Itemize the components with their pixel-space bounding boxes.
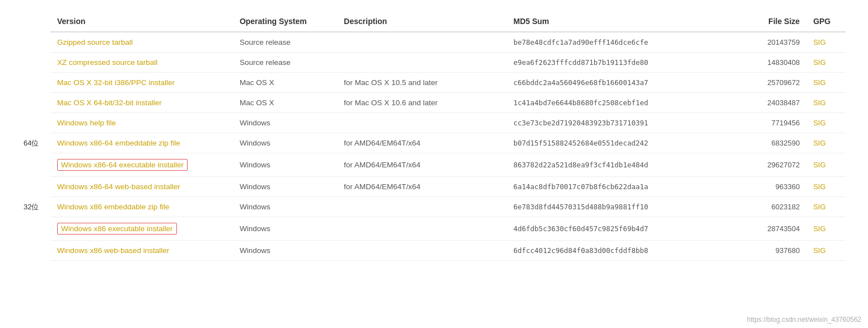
description-cell: for AMD64/EM64T/x64: [337, 153, 507, 177]
page-container: Version Operating System Description MD5…: [22, 11, 846, 261]
md5-cell: c66bddc2a4a560496e68fb16600143a7: [507, 73, 729, 93]
version-cell: Mac OS X 32-bit i386/PPC installer: [50, 73, 233, 93]
sig-link[interactable]: SIG: [813, 99, 825, 107]
sig-link[interactable]: SIG: [813, 119, 825, 127]
os-cell: Windows: [233, 133, 337, 153]
description-cell: [337, 32, 507, 53]
filesize-cell: 6832590: [728, 133, 806, 153]
table-row: Mac OS X 32-bit i386/PPC installerMac OS…: [50, 73, 846, 93]
sig-link[interactable]: SIG: [813, 38, 825, 46]
download-table: Version Operating System Description MD5…: [50, 11, 846, 261]
sig-link[interactable]: SIG: [813, 58, 825, 67]
gpg-cell: SIG: [806, 153, 846, 177]
table-row: Windows help fileWindowscc3e73cbe2d71920…: [50, 113, 846, 133]
version-link[interactable]: Windows x86 embeddable zip file: [57, 203, 169, 211]
filesize-cell: 25709672: [728, 73, 806, 93]
version-cell: Windows x86 embeddable zip file32位: [50, 197, 233, 217]
col-header-gpg: GPG: [806, 11, 846, 32]
version-cell: Windows x86-64 executable installer: [50, 153, 233, 177]
table-row: XZ compressed source tarballSource relea…: [50, 53, 846, 73]
gpg-cell: SIG: [806, 93, 846, 113]
md5-cell: 863782d22a521d8ea9f3cf41db1e484d: [507, 153, 729, 177]
version-link[interactable]: Windows x86-64 embeddable zip file: [57, 139, 180, 147]
filesize-cell: 28743504: [728, 217, 806, 241]
download-table-wrapper: Version Operating System Description MD5…: [50, 11, 846, 261]
filesize-cell: 963360: [728, 177, 806, 197]
filesize-cell: 6023182: [728, 197, 806, 217]
filesize-cell: 24038487: [728, 93, 806, 113]
version-cell: Windows x86-64 web-based installer: [50, 177, 233, 197]
md5-cell: 6a14ac8dfb70017c07b8f6cb622daa1a: [507, 177, 729, 197]
sig-link[interactable]: SIG: [813, 203, 825, 211]
md5-cell: be78e48cdfc1a7ad90efff146dce6cfe: [507, 32, 729, 53]
gpg-cell: SIG: [806, 133, 846, 153]
gpg-cell: SIG: [806, 197, 846, 217]
version-box: Gzipped source tarball: [57, 38, 133, 46]
gpg-cell: SIG: [806, 32, 846, 53]
sig-link[interactable]: SIG: [813, 246, 825, 255]
os-cell: Mac OS X: [233, 93, 337, 113]
md5-cell: 4d6fdb5c3630cf60d457c9825f69b4d7: [507, 217, 729, 241]
col-header-os: Operating System: [233, 11, 337, 32]
table-row: Windows x86 embeddable zip file32位Window…: [50, 197, 846, 217]
table-row: Windows x86-64 web-based installerWindow…: [50, 177, 846, 197]
version-link[interactable]: Mac OS X 32-bit i386/PPC installer: [57, 78, 175, 87]
description-cell: for Mac OS X 10.6 and later: [337, 93, 507, 113]
col-header-desc: Description: [337, 11, 507, 32]
sig-link[interactable]: SIG: [813, 224, 825, 233]
filesize-cell: 29627072: [728, 153, 806, 177]
version-box: Windows x86 web-based installer: [57, 246, 169, 255]
col-header-md5: MD5 Sum: [507, 11, 729, 32]
os-cell: Mac OS X: [233, 73, 337, 93]
description-cell: [337, 113, 507, 133]
os-cell: Windows: [233, 113, 337, 133]
version-box: Windows x86 embeddable zip file: [57, 203, 169, 211]
md5-cell: e9ea6f2623fffcdd871b7b19113fde80: [507, 53, 729, 73]
table-row: Windows x86 web-based installerWindows6d…: [50, 241, 846, 261]
gpg-cell: SIG: [806, 177, 846, 197]
version-link[interactable]: Windows x86-64 executable installer: [61, 161, 184, 169]
version-cell: Mac OS X 64-bit/32-bit installer: [50, 93, 233, 113]
description-cell: for AMD64/EM64T/x64: [337, 133, 507, 153]
sig-link[interactable]: SIG: [813, 161, 825, 169]
version-link[interactable]: Windows x86 web-based installer: [57, 246, 169, 255]
version-link[interactable]: Mac OS X 64-bit/32-bit installer: [57, 99, 162, 107]
filesize-cell: 14830408: [728, 53, 806, 73]
version-cell: Windows x86 executable installer: [50, 217, 233, 241]
version-box: Windows x86-64 web-based installer: [57, 182, 180, 191]
col-header-version: Version: [50, 11, 233, 32]
version-link[interactable]: XZ compressed source tarball: [57, 58, 157, 67]
md5-cell: 6e783d8fd44570315d488b9a9881ff10: [507, 197, 729, 217]
version-box: Windows help file: [57, 119, 116, 127]
gpg-cell: SIG: [806, 53, 846, 73]
os-cell: Source release: [233, 53, 337, 73]
md5-cell: b07d15f515882452684e0551decad242: [507, 133, 729, 153]
gpg-cell: SIG: [806, 73, 846, 93]
version-box: Mac OS X 64-bit/32-bit installer: [57, 99, 162, 107]
version-box: XZ compressed source tarball: [57, 58, 157, 67]
os-cell: Windows: [233, 177, 337, 197]
sig-link[interactable]: SIG: [813, 139, 825, 147]
gpg-cell: SIG: [806, 113, 846, 133]
table-row: Gzipped source tarballSource releasebe78…: [50, 32, 846, 53]
version-link[interactable]: Windows x86 executable installer: [61, 224, 173, 233]
version-link[interactable]: Windows help file: [57, 119, 116, 127]
version-box: Mac OS X 32-bit i386/PPC installer: [57, 78, 175, 87]
version-cell: Windows help file: [50, 113, 233, 133]
sig-link[interactable]: SIG: [813, 182, 825, 191]
version-box: Windows x86-64 embeddable zip file: [57, 139, 180, 147]
version-box: Windows x86 executable installer: [57, 223, 177, 235]
version-cell: XZ compressed source tarball: [50, 53, 233, 73]
table-header-row: Version Operating System Description MD5…: [50, 11, 846, 32]
version-link[interactable]: Gzipped source tarball: [57, 38, 133, 46]
description-cell: [337, 197, 507, 217]
version-link[interactable]: Windows x86-64 web-based installer: [57, 182, 180, 191]
md5-cell: cc3e73cbe2d71920483923b731710391: [507, 113, 729, 133]
table-row: Windows x86-64 embeddable zip file64位Win…: [50, 133, 846, 153]
md5-cell: 6dfcc4012c96d84f0a83d00cfddf8bb8: [507, 241, 729, 261]
description-cell: [337, 217, 507, 241]
sig-link[interactable]: SIG: [813, 78, 825, 87]
group-label: 64位: [24, 138, 39, 148]
md5-cell: 1c41a4bd7e6644b8680fc2508cebf1ed: [507, 93, 729, 113]
description-cell: for Mac OS X 10.5 and later: [337, 73, 507, 93]
